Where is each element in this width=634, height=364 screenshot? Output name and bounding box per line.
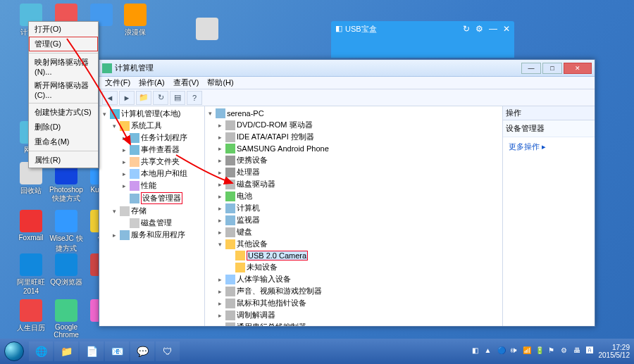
clock[interactable]: 17:292015/5/12 — [599, 344, 630, 359]
device-node[interactable]: ▾其他设备 — [206, 238, 501, 250]
ctx-ren[interactable]: 重命名(M) — [29, 134, 98, 149]
twisty-icon[interactable]: ▸ — [216, 312, 224, 319]
desktop-icon[interactable]: 人生日历 — [14, 299, 48, 333]
ctx-open[interactable]: 打开(O) — [29, 22, 98, 37]
device-node[interactable]: ▸处理器 — [206, 166, 501, 178]
tray-icon[interactable]: 📶 — [523, 346, 533, 356]
fwd-button[interactable]: ► — [119, 91, 135, 105]
nav-node[interactable]: ▸事件查看器 — [101, 144, 203, 156]
twisty-icon[interactable]: ▸ — [120, 134, 128, 142]
minimize-icon[interactable]: — — [489, 24, 497, 34]
menu-item[interactable]: 查看(V) — [173, 77, 199, 88]
nav-node[interactable]: 磁盘管理 — [101, 217, 203, 229]
desktop-icon[interactable]: QQ浏览器 — [49, 253, 83, 287]
prop-button[interactable]: ▤ — [170, 91, 185, 105]
tray-icon[interactable]: ⚙ — [561, 346, 571, 356]
nav-node[interactable]: ▾计算机管理(本地) — [101, 108, 203, 120]
desktop-icon[interactable]: 浪漫保 — [118, 4, 152, 37]
device-node[interactable]: ▸调制解调器 — [206, 309, 501, 321]
device-node[interactable]: ▸便携设备 — [206, 154, 501, 166]
tray-icon[interactable]: ◧ — [472, 346, 482, 356]
device-node[interactable]: ▸声音、视频和游戏控制器 — [206, 285, 501, 297]
help-button[interactable]: ? — [187, 91, 202, 105]
tray-icon[interactable]: 🔋 — [535, 346, 545, 356]
twisty-icon[interactable]: ▸ — [216, 324, 224, 327]
twisty-icon[interactable]: ▾ — [216, 241, 224, 248]
device-node[interactable]: ▸磁盘驱动器 — [206, 178, 501, 190]
device-root[interactable]: ▾serena-PC — [206, 108, 501, 119]
device-node[interactable]: ▸电池 — [206, 190, 501, 202]
twisty-icon[interactable]: ▸ — [216, 229, 224, 236]
back-button[interactable]: ◄ — [102, 91, 118, 105]
tray-icon[interactable]: ▲ — [485, 346, 495, 356]
nav-node[interactable]: 设备管理器 — [101, 192, 203, 205]
refresh-icon[interactable]: ↻ — [463, 24, 470, 34]
more-actions-link[interactable]: 更多操作 ▸ — [503, 137, 595, 156]
twisty-icon[interactable]: ▸ — [216, 300, 224, 307]
device-node[interactable]: 未知设备 — [206, 261, 501, 273]
ctx-prop[interactable]: 属性(R) — [29, 153, 98, 168]
ctx-del[interactable]: 删除(D) — [29, 120, 98, 134]
up-button[interactable]: 📁 — [136, 91, 151, 105]
device-node[interactable]: ▸监视器 — [206, 214, 501, 226]
ctx-disc[interactable]: 断开网络驱动器(C)... — [29, 78, 98, 101]
twisty-icon[interactable]: ▾ — [111, 123, 118, 130]
tray-icon[interactable]: ⚑ — [548, 346, 558, 356]
twisty-icon[interactable]: ▸ — [216, 169, 224, 176]
menu-item[interactable]: 操作(A) — [139, 77, 165, 88]
twisty-icon[interactable]: ▸ — [120, 158, 128, 165]
close-button[interactable]: ✕ — [564, 63, 592, 74]
close-icon[interactable]: ✕ — [503, 24, 510, 34]
twisty-icon[interactable]: ▸ — [216, 122, 224, 129]
desktop-icon[interactable]: Foxmail — [14, 210, 48, 241]
ctx-map[interactable]: 映射网络驱动器(N)... — [29, 55, 98, 78]
menu-item[interactable]: 帮助(H) — [207, 77, 233, 88]
twisty-icon[interactable]: ▸ — [120, 146, 128, 153]
tray-icon[interactable]: 🖶 — [573, 346, 583, 356]
twisty-icon[interactable]: ▸ — [216, 205, 224, 212]
nav-node[interactable]: ▾存储 — [101, 205, 203, 217]
ctx-manage[interactable]: 管理(G) — [29, 37, 98, 51]
desktop-icon[interactable]: WiseJC 快捷方式 — [49, 210, 83, 253]
device-node[interactable]: USB 2.0 Camera — [206, 250, 501, 261]
twisty-icon[interactable]: ▸ — [216, 276, 224, 283]
twisty-icon[interactable]: ▸ — [120, 170, 128, 177]
device-node[interactable]: ▸人体学输入设备 — [206, 273, 501, 285]
desktop-icon[interactable]: 阿里旺旺2014 — [14, 253, 48, 295]
device-node[interactable]: ▸SAMSUNG Android Phone — [206, 143, 501, 154]
device-node[interactable]: ▸计算机 — [206, 202, 501, 214]
device-node[interactable]: ▸IDE ATA/ATAPI 控制器 — [206, 131, 501, 143]
taskbar-pin[interactable]: 📄 — [80, 341, 104, 361]
taskbar-pin[interactable]: 📁 — [54, 341, 78, 361]
nav-node[interactable]: ▸任务计划程序 — [101, 132, 203, 144]
tray-icon[interactable]: 🔵 — [497, 346, 507, 356]
device-node[interactable]: ▸通用串行总线控制器 — [206, 321, 501, 326]
twisty-icon[interactable]: ▸ — [216, 134, 224, 141]
refresh-button[interactable]: ↻ — [153, 91, 168, 105]
ctx-short[interactable]: 创建快捷方式(S) — [29, 105, 98, 120]
maximize-button[interactable]: □ — [542, 63, 562, 74]
twisty-icon[interactable]: ▸ — [111, 232, 118, 239]
taskbar-pin[interactable]: 🌐 — [29, 341, 53, 361]
nav-node[interactable]: ▸服务和应用程序 — [101, 229, 203, 241]
gear-icon[interactable]: ⚙ — [476, 24, 483, 34]
minimize-button[interactable]: — — [521, 63, 541, 74]
twisty-icon[interactable]: ▾ — [111, 208, 118, 215]
device-node[interactable]: ▸键盘 — [206, 226, 501, 238]
taskbar-pin[interactable]: 🛡 — [156, 341, 180, 361]
twisty-icon[interactable]: ▸ — [216, 157, 224, 164]
nav-node[interactable]: ▾系统工具 — [101, 120, 203, 132]
nav-node[interactable]: ▸性能 — [101, 180, 203, 192]
desktop-icon[interactable]: Google Chrome — [49, 299, 83, 339]
menu-item[interactable]: 文件(F) — [105, 77, 130, 88]
twisty-icon[interactable]: ▸ — [216, 217, 224, 224]
device-node[interactable]: ▸鼠标和其他指针设备 — [206, 297, 501, 309]
start-button[interactable] — [0, 339, 28, 364]
tray-icon[interactable]: 🅰 — [586, 346, 596, 356]
nav-node[interactable]: ▸本地用户和组 — [101, 168, 203, 180]
twisty-icon[interactable]: ▸ — [120, 182, 128, 189]
twisty-icon[interactable]: ▸ — [216, 193, 224, 200]
tray-icon[interactable]: 🕪 — [510, 346, 520, 356]
taskbar-pin[interactable]: 💬 — [130, 341, 154, 361]
twisty-icon[interactable]: ▾ — [101, 111, 108, 118]
